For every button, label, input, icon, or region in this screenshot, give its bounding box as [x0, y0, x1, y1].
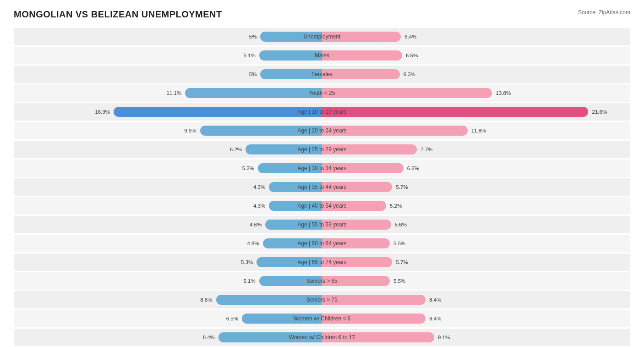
- bar-mongolian: [242, 314, 322, 324]
- chart-row: Age | 16 to 19 years16.9%21.6%: [14, 103, 630, 121]
- bar-mongolian: [265, 220, 322, 230]
- val-left: 5.2%: [242, 165, 256, 171]
- chart-source: Source: ZipAtlas.com: [578, 9, 630, 16]
- bar-mongolian: [185, 88, 322, 98]
- val-left: 4.3%: [253, 184, 267, 190]
- chart-container: MONGOLIAN VS BELIZEAN UNEMPLOYMENT Sourc…: [0, 0, 644, 347]
- row-inner: Age | 60 to 64 years4.8%5.5%: [14, 236, 630, 251]
- chart-row: Females5%6.3%: [14, 66, 630, 83]
- val-right: 8.4%: [427, 297, 441, 303]
- val-right: 5.2%: [388, 203, 402, 209]
- val-right: 5.6%: [393, 222, 407, 227]
- chart-row: Age | 60 to 64 years4.8%5.5%: [14, 235, 630, 252]
- val-left: 5.1%: [243, 53, 257, 58]
- bar-mongolian: [216, 295, 322, 305]
- val-left: 5.3%: [241, 259, 255, 265]
- bar-belizean: [322, 201, 386, 211]
- val-left: 5%: [249, 34, 259, 39]
- val-right: 6.6%: [405, 165, 419, 171]
- val-left: 5%: [249, 72, 259, 77]
- row-inner: Women w/ Children 6 to 178.4%9.1%: [14, 330, 630, 345]
- bar-belizean: [322, 220, 391, 230]
- bar-mongolian: [259, 276, 322, 286]
- row-inner: Youth < 2511.1%13.8%: [14, 86, 630, 100]
- row-inner: Age | 20 to 24 years9.9%11.8%: [14, 123, 630, 138]
- val-left: 16.9%: [95, 109, 112, 115]
- bar-belizean: [322, 163, 404, 173]
- bar-belizean: [322, 182, 392, 192]
- row-inner: Women w/ Children < 66.5%8.4%: [14, 311, 630, 326]
- chart-row: Age | 35 to 44 years4.3%5.7%: [14, 178, 630, 196]
- val-right: 5.5%: [392, 241, 405, 246]
- bar-mongolian: [258, 163, 322, 173]
- chart-row: Seniors > 758.6%8.4%: [14, 291, 630, 308]
- row-inner: Unemployment5%6.4%: [14, 29, 630, 44]
- bar-mongolian: [246, 144, 322, 154]
- val-right: 9.1%: [436, 335, 450, 340]
- chart-row: Women w/ Children < 66.5%8.4%: [14, 310, 630, 327]
- chart-row: Age | 20 to 24 years9.9%11.8%: [14, 122, 630, 139]
- row-inner: Age | 35 to 44 years4.3%5.7%: [14, 180, 630, 194]
- bar-belizean: [322, 295, 426, 305]
- row-inner: Males5.1%6.5%: [14, 48, 630, 63]
- row-inner: Seniors > 655.1%5.5%: [14, 274, 630, 288]
- bar-mongolian: [257, 257, 322, 267]
- val-left: 8.4%: [203, 335, 217, 340]
- chart-row: Unemployment5%6.4%: [14, 28, 630, 45]
- val-left: 8.6%: [200, 297, 214, 303]
- row-inner: Seniors > 758.6%8.4%: [14, 292, 630, 307]
- bar-belizean: [322, 32, 401, 42]
- bar-mongolian: [263, 238, 322, 248]
- bar-mongolian: [269, 201, 322, 211]
- bars-area: Unemployment5%6.4%Males5.1%6.5%Females5%…: [14, 28, 630, 347]
- val-right: 6.4%: [403, 34, 416, 39]
- val-right: 21.6%: [590, 109, 607, 115]
- val-right: 11.8%: [469, 128, 486, 133]
- bar-mongolian: [260, 69, 322, 79]
- row-inner: Age | 45 to 54 years4.3%5.2%: [14, 198, 630, 213]
- row-inner: Age | 65 to 74 years5.3%5.7%: [14, 255, 630, 270]
- val-left: 6.2%: [230, 147, 244, 152]
- bar-belizean: [322, 126, 468, 136]
- chart-row: Males5.1%6.5%: [14, 47, 630, 64]
- val-right: 6.5%: [404, 53, 418, 58]
- bar-mongolian: [218, 332, 322, 342]
- bar-belizean: [322, 88, 492, 98]
- row-inner: Age | 55 to 59 years4.6%5.6%: [14, 217, 630, 232]
- bar-mongolian: [114, 107, 322, 117]
- val-left: 5.1%: [243, 278, 257, 284]
- chart-title: MONGOLIAN VS BELIZEAN UNEMPLOYMENT: [14, 9, 222, 20]
- bar-belizean: [322, 332, 434, 342]
- bar-belizean: [322, 314, 426, 324]
- bar-belizean: [322, 238, 390, 248]
- bar-belizean: [322, 276, 390, 286]
- bar-mongolian: [259, 50, 322, 61]
- val-right: 6.3%: [402, 72, 415, 77]
- chart-header: MONGOLIAN VS BELIZEAN UNEMPLOYMENT Sourc…: [14, 9, 630, 20]
- bar-belizean: [322, 257, 392, 267]
- val-left: 4.3%: [253, 203, 267, 209]
- val-left: 4.8%: [247, 241, 261, 246]
- val-right: 5.5%: [392, 278, 405, 284]
- bar-mongolian: [200, 126, 322, 136]
- row-inner: Age | 25 to 29 years6.2%7.7%: [14, 142, 630, 157]
- chart-row: Age | 65 to 74 years5.3%5.7%: [14, 253, 630, 271]
- val-right: 7.7%: [419, 147, 432, 152]
- bar-belizean: [322, 107, 588, 117]
- chart-row: Age | 30 to 34 years5.2%6.6%: [14, 160, 630, 177]
- val-right: 13.8%: [494, 90, 511, 96]
- row-inner: Age | 30 to 34 years5.2%6.6%: [14, 161, 630, 176]
- bar-belizean: [322, 69, 400, 79]
- val-left: 11.1%: [167, 90, 184, 96]
- bar-mongolian: [269, 182, 322, 192]
- bar-mongolian: [260, 32, 322, 42]
- val-left: 4.6%: [250, 222, 263, 227]
- chart-row: Seniors > 655.1%5.5%: [14, 272, 630, 290]
- chart-row: Women w/ Children 6 to 178.4%9.1%: [14, 329, 630, 346]
- row-inner: Females5%6.3%: [14, 67, 630, 82]
- val-right: 5.7%: [394, 259, 408, 265]
- bar-belizean: [322, 50, 402, 61]
- chart-row: Age | 25 to 29 years6.2%7.7%: [14, 141, 630, 158]
- val-right: 8.4%: [427, 316, 441, 321]
- val-right: 5.7%: [394, 184, 408, 190]
